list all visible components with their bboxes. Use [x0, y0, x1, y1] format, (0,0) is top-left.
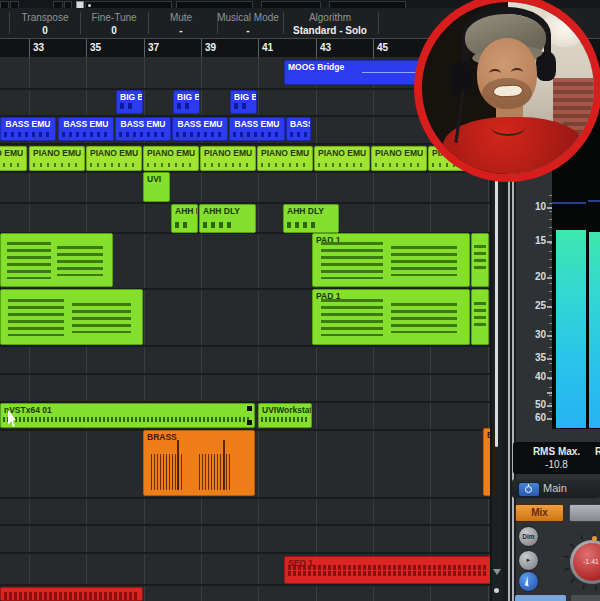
- track-separator: [0, 497, 492, 499]
- clip-bass-e[interactable]: BASS E: [286, 117, 311, 141]
- clip-pattern: [8, 299, 64, 337]
- toolbar-divider: [80, 12, 81, 34]
- clip-seq-bottom[interactable]: [0, 587, 143, 601]
- toolbar-divider: [378, 12, 379, 34]
- clip-ahh-d[interactable]: AHH D: [171, 204, 198, 233]
- clip-big-ba[interactable]: BIG BA: [230, 90, 257, 114]
- zoom-handle-icon[interactable]: [494, 588, 499, 593]
- meter-scale-number: 30: [516, 329, 546, 340]
- clip-label: PIANO EMU II: [30, 147, 84, 159]
- level-knob-value: -1.41: [573, 558, 599, 565]
- top-field[interactable]: [53, 1, 63, 8]
- clip-label: BASS EMU: [116, 118, 170, 130]
- clip-piano-emu-ii[interactable]: PIANO EMU II: [257, 146, 313, 171]
- track-separator: [0, 524, 492, 526]
- power-icon: [525, 486, 532, 493]
- track-separator: [0, 143, 492, 145]
- clip-pad1-a2[interactable]: [471, 233, 489, 287]
- click-button[interactable]: [518, 571, 539, 592]
- clip-piano-emu-ii[interactable]: PIANO EMU II: [314, 146, 370, 171]
- toolbar-divider: [9, 12, 10, 34]
- rms-max-readout: RMS Max. -10.8 R: [513, 442, 600, 474]
- clip-label: [472, 234, 488, 236]
- top-field[interactable]: [261, 1, 321, 8]
- main-channel-bar[interactable]: Main: [512, 479, 600, 498]
- clip-bass-emu[interactable]: BASS EMU: [115, 117, 171, 141]
- reference-level-button[interactable]: ►: [518, 550, 539, 571]
- clip-pattern: [7, 242, 51, 278]
- clip-label: UVI: [144, 173, 169, 185]
- top-field[interactable]: [85, 1, 172, 8]
- clip-uviworkstatio[interactable]: UVIWorkstatio: [258, 403, 312, 428]
- top-field[interactable]: [76, 1, 84, 8]
- ruler-tick: [201, 39, 202, 57]
- clip-ahh-dly[interactable]: AHH DLY: [283, 204, 339, 233]
- clip-piano-emu-ii[interactable]: PIANO EMU II: [143, 146, 199, 171]
- clip-pattern: [375, 163, 423, 167]
- top-field[interactable]: [176, 1, 253, 8]
- clip-bass-emu[interactable]: BASS EMU: [0, 117, 56, 141]
- track-separator: [0, 584, 492, 586]
- main-power-button[interactable]: [518, 482, 540, 497]
- ruler-tick: [144, 39, 145, 57]
- top-field[interactable]: [10, 1, 19, 8]
- ruler-measure-number: 35: [90, 42, 101, 53]
- clip-pattern: [290, 132, 307, 137]
- clip-nvstx64-01[interactable]: nVSTx64 01: [0, 403, 255, 428]
- clip-pattern: [321, 299, 383, 337]
- clip-bass-emu[interactable]: BASS EMU: [229, 117, 285, 141]
- clip-pattern: [391, 246, 457, 275]
- clip-big-ba[interactable]: BIG BA: [173, 90, 200, 114]
- clip-pattern: [261, 417, 308, 422]
- ruler-measure-number: 37: [148, 42, 159, 53]
- meter-level-bar: [556, 230, 586, 428]
- top-field[interactable]: [0, 1, 9, 8]
- bottom-tab-blue[interactable]: [515, 595, 566, 601]
- clip-big-ba[interactable]: BIG BA: [116, 90, 143, 114]
- clip-bass-emu[interactable]: BASS EMU: [172, 117, 228, 141]
- clip-pattern: [176, 132, 224, 137]
- clip-label: BRASS: [144, 431, 254, 443]
- clip-seq-1[interactable]: SEQ 1: [284, 556, 492, 584]
- clip-piano-emu-ii[interactable]: PIANO EMU II: [371, 146, 427, 171]
- top-field[interactable]: [329, 1, 406, 8]
- clip-label: PIANO EMU II: [87, 147, 141, 159]
- clip-ahh-dly[interactable]: AHH DLY: [199, 204, 256, 233]
- clip-strings-b[interactable]: [0, 289, 143, 345]
- clip-strings-a[interactable]: [0, 233, 113, 287]
- clip-pattern: [287, 222, 317, 228]
- clip-pattern: [62, 132, 110, 137]
- clip-pattern: [57, 246, 104, 275]
- clip-pad1-b2[interactable]: [471, 289, 489, 345]
- ruler-tick: [316, 39, 317, 57]
- clip-piano-emu-ii[interactable]: PIANO EMU II: [0, 146, 27, 171]
- clip-pattern: [204, 163, 252, 167]
- clip-pattern: [119, 132, 167, 137]
- clip-brass[interactable]: BRASS: [143, 430, 255, 496]
- clip-pad-1[interactable]: PAD 1: [312, 289, 470, 345]
- dim-button[interactable]: Dim: [518, 526, 539, 547]
- arrange-area[interactable]: MOOG BridgeBIG BABIG BABIG BABASS EMUBAS…: [0, 57, 492, 601]
- meter-scale-number: 40: [516, 371, 546, 382]
- clip-piano-emu-ii[interactable]: PIANO EMU II: [86, 146, 142, 171]
- clip-pad-1[interactable]: PAD 1: [312, 233, 470, 287]
- clip-pattern: [362, 72, 417, 73]
- secondary-source-button[interactable]: [569, 504, 600, 522]
- mix-button[interactable]: Mix: [515, 504, 564, 522]
- meter-scale-number: 50: [516, 399, 546, 410]
- clip-label: [1, 588, 142, 590]
- clip-bass-emu[interactable]: BASS EMU: [58, 117, 114, 141]
- clip-piano-emu-ii[interactable]: PIANO EMU II: [29, 146, 85, 171]
- clip-uvi[interactable]: UVI: [143, 172, 170, 202]
- meter-level-bar: [589, 232, 600, 428]
- clip-piano-emu-ii[interactable]: PIANO EMU II: [200, 146, 256, 171]
- clip-pattern: [199, 454, 232, 490]
- scrollbar-down-arrow-icon[interactable]: [493, 569, 501, 575]
- top-field[interactable]: [64, 1, 72, 8]
- track-separator: [0, 171, 492, 173]
- ruler-tick: [373, 39, 374, 57]
- bottom-tab-gray[interactable]: [571, 595, 600, 601]
- clip-label: PIANO EMU II: [372, 147, 426, 159]
- toolbar-algorithm[interactable]: AlgorithmStandard - Solo: [270, 8, 390, 36]
- clip-pattern: [175, 222, 189, 228]
